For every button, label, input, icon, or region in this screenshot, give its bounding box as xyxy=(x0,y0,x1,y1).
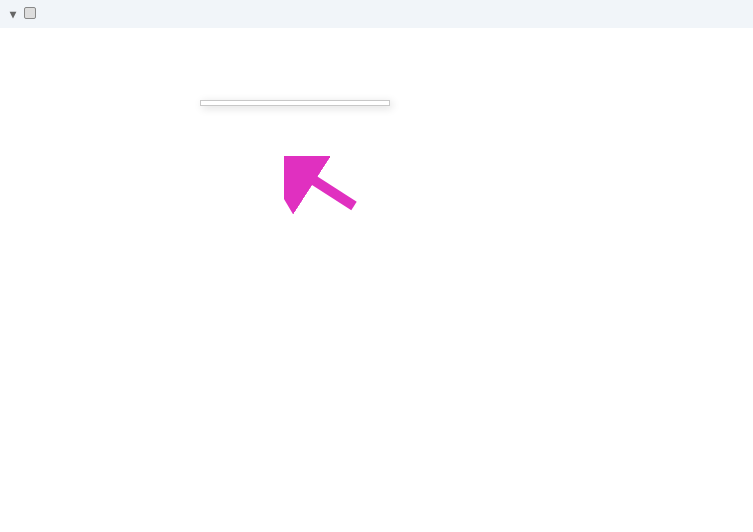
disk-header-disk2[interactable]: ▾ xyxy=(0,0,753,28)
chevron-down-icon: ▾ xyxy=(10,7,24,21)
hdd-icon xyxy=(24,7,38,22)
